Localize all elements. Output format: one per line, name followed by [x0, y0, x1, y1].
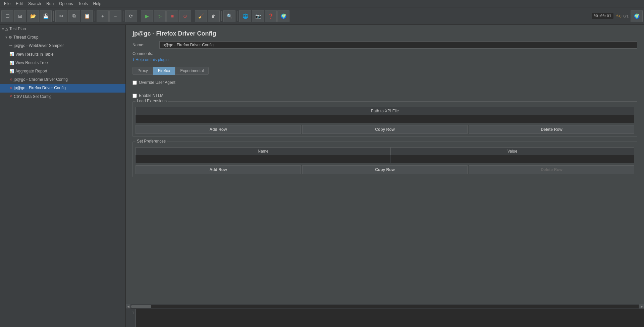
load-extensions-buttons: Add Row Copy Row Delete Row [136, 125, 634, 134]
enable-ntlm-row: Enable NTLM [132, 93, 637, 98]
copy-button[interactable]: ⧉ [68, 10, 80, 22]
firefox-driver-icon: ✕ [9, 85, 12, 91]
functions-button[interactable]: 📷 [252, 10, 264, 22]
clear-button[interactable]: 🧹 [195, 10, 207, 22]
pref-value-header: Value [391, 148, 634, 155]
paste-button[interactable]: 📋 [81, 10, 93, 22]
new-button[interactable]: ☐ [1, 10, 13, 22]
thread-group-icon: ⚙ [9, 35, 12, 41]
collapse-button[interactable]: − [109, 10, 121, 22]
stop-button[interactable]: ■ [166, 10, 178, 22]
divider-1 [132, 89, 637, 89]
menu-run[interactable]: Run [44, 1, 56, 7]
sidebar-item-firefox-driver[interactable]: ✕ jp@gc - Firefox Driver Config [0, 84, 125, 92]
remote-button[interactable]: 🌐 [239, 10, 251, 22]
separator-2 [95, 11, 95, 21]
sidebar-item-csv-data[interactable]: ✕ CSV Data Set Config [0, 93, 125, 101]
open-button[interactable]: 📂 [27, 10, 39, 22]
separator-1 [53, 11, 54, 21]
globe-button[interactable]: 🌍 [277, 10, 289, 22]
comments-label: Comments: [132, 51, 637, 56]
set-preferences-table: Name Value [136, 147, 634, 163]
override-user-agent-checkbox[interactable] [132, 80, 137, 85]
xpi-cell[interactable] [136, 115, 634, 123]
pref-delete-row-button[interactable]: Delete Row [469, 165, 634, 174]
sidebar-item-results-tree[interactable]: 📊 View Results Tree [0, 59, 125, 67]
hscroll-track[interactable] [131, 305, 639, 308]
hscroll-thumb[interactable] [131, 305, 151, 308]
clear-all-button[interactable]: 🗑 [208, 10, 220, 22]
content-area: jp@gc - Firefox Driver Config Name: Comm… [126, 25, 644, 327]
log-area: 1 [126, 309, 644, 327]
menu-file[interactable]: File [1, 1, 13, 7]
help-link[interactable]: ℹ Help on this plugin [132, 57, 637, 62]
results-tree-icon: 📊 [9, 60, 14, 66]
hscroll-bar: ◀ ▶ [126, 304, 644, 309]
help-link-text: Help on this plugin [136, 57, 169, 62]
help-button[interactable]: ❓ [265, 10, 277, 22]
separator-7 [237, 11, 237, 21]
panel-title: jp@gc - Firefox Driver Config [132, 30, 637, 37]
save-button[interactable]: 💾 [40, 10, 52, 22]
sidebar-item-test-plan[interactable]: ▼ △ Test Plan [0, 25, 125, 33]
menubar: File Edit Search Run Options Tools Help [0, 0, 644, 7]
separator-4 [139, 11, 139, 21]
tab-experimental[interactable]: Experimental [175, 67, 209, 75]
load-ext-copy-row-button[interactable]: Copy Row [302, 125, 468, 134]
search-button[interactable]: 🔍 [223, 10, 235, 22]
run-nothink-button[interactable]: ▷ [154, 10, 166, 22]
enable-ntlm-checkbox[interactable] [132, 94, 137, 98]
load-ext-add-row-button[interactable]: Add Row [136, 125, 301, 134]
aggregate-icon: 📊 [9, 68, 14, 74]
pref-name-header: Name [136, 148, 391, 155]
content-main: jp@gc - Firefox Driver Config Name: Comm… [126, 25, 644, 304]
toggle-test-plan[interactable]: ▼ [1, 26, 5, 32]
toggle-thread-group[interactable]: ▼ [5, 35, 8, 40]
toolbar: ☐ ⊞ 📂 💾 ✂ ⧉ 📋 + − ⟳ ▶ ▷ ■ ⊙ 🧹 🗑 🔍 🌐 📷 ❓ … [0, 7, 644, 25]
hscroll-right[interactable]: ▶ [639, 304, 644, 309]
globe2-button[interactable]: 🌍 [631, 10, 643, 22]
name-label: Name: [132, 43, 159, 47]
set-preferences-group: Set Preferences Name Value [132, 142, 637, 177]
warning-icon: ⚠ [615, 14, 619, 18]
toggle-button[interactable]: ⟳ [125, 10, 137, 22]
load-ext-delete-row-button[interactable]: Delete Row [469, 125, 634, 134]
results-table-icon: 📊 [9, 51, 14, 57]
load-extensions-group: Load Extensions Path to XPI File [132, 101, 637, 137]
menu-search[interactable]: Search [25, 1, 44, 7]
override-user-agent-label: Override User Agent [139, 80, 175, 85]
load-extensions-title: Load Extensions [136, 99, 168, 103]
menu-tools[interactable]: Tools [75, 1, 90, 7]
menu-options[interactable]: Options [56, 1, 75, 7]
sidebar-item-aggregate-report[interactable]: 📊 Aggregate Report [0, 67, 125, 75]
pref-name-cell[interactable] [136, 155, 391, 163]
pref-add-row-button[interactable]: Add Row [136, 165, 301, 174]
override-user-agent-row: Override User Agent [132, 80, 637, 85]
separator-6 [221, 11, 222, 21]
csv-icon: ✕ [9, 94, 12, 100]
sidebar-item-chrome-driver[interactable]: ✕ jp@gc - Chrome Driver Config [0, 75, 125, 84]
sidebar-item-thread-group[interactable]: ▼ ⚙ Thread Group [0, 33, 125, 42]
enable-ntlm-label: Enable NTLM [139, 93, 163, 98]
load-extensions-content: Path to XPI File Add Row Copy Row Delete [133, 102, 637, 137]
set-preferences-content: Name Value Add Row [133, 142, 637, 177]
menu-edit[interactable]: Edit [13, 1, 25, 7]
tab-proxy[interactable]: Proxy [132, 67, 153, 75]
template-button[interactable]: ⊞ [14, 10, 26, 22]
sidebar-item-webdriver-sampler[interactable]: ✏ jp@gc - WebDriver Sampler [0, 42, 125, 50]
tab-firefox[interactable]: Firefox [153, 67, 175, 75]
name-input[interactable] [159, 41, 637, 49]
separator-5 [193, 11, 193, 21]
menu-help[interactable]: Help [90, 1, 104, 7]
expand-button[interactable]: + [97, 10, 109, 22]
hscroll-left[interactable]: ◀ [126, 304, 130, 309]
shutdown-button[interactable]: ⊙ [179, 10, 191, 22]
run-button[interactable]: ▶ [141, 10, 153, 22]
main-layout: ▼ △ Test Plan ▼ ⚙ Thread Group ✏ jp@gc -… [0, 25, 644, 327]
pref-copy-row-button[interactable]: Copy Row [302, 165, 468, 174]
sidebar-item-results-table[interactable]: 📊 View Results in Table [0, 50, 125, 59]
log-content [136, 309, 644, 312]
cut-button[interactable]: ✂ [55, 10, 67, 22]
pref-value-cell[interactable] [391, 155, 634, 163]
info-icon: ℹ [132, 57, 134, 62]
